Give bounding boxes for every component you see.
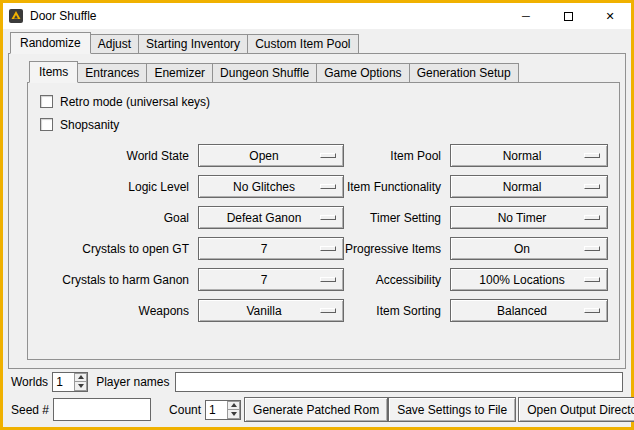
tab-enemizer-label: Enemizer — [154, 66, 205, 80]
world-state-label: World State — [38, 149, 198, 163]
player-names-label: Player names — [96, 375, 169, 389]
tab-randomize[interactable]: Randomize — [10, 32, 91, 54]
arrow-down-icon — [78, 384, 84, 388]
dropdown-indicator-icon — [320, 215, 336, 220]
crystals-open-gt-value: 7 — [261, 242, 282, 256]
item-functionality-value: Normal — [503, 180, 556, 194]
accessibility-dropdown[interactable]: 100% Locations — [450, 268, 608, 291]
crystals-harm-ganon-dropdown[interactable]: 7 — [198, 268, 344, 291]
seed-label: Seed # — [11, 403, 49, 417]
minimize-button[interactable]: ─ — [505, 3, 547, 29]
tab-items[interactable]: Items — [29, 61, 78, 83]
arrow-down-icon — [231, 412, 237, 416]
dropdown-indicator-icon — [320, 153, 336, 158]
tab-generation-setup-label: Generation Setup — [417, 66, 511, 80]
count-label: Count — [169, 403, 201, 417]
dropdown-indicator-icon — [584, 215, 600, 220]
option-row: Goal Defeat Ganon Timer Setting No Timer — [38, 202, 619, 233]
worlds-input[interactable] — [53, 373, 74, 391]
shopsanity-checkbox[interactable] — [40, 118, 53, 131]
count-spin-arrows — [227, 401, 240, 419]
retro-mode-checkbox[interactable] — [40, 95, 53, 108]
tab-generation-setup[interactable]: Generation Setup — [409, 63, 519, 82]
crystals-open-gt-label: Crystals to open GT — [38, 242, 198, 256]
item-pool-label: Item Pool — [344, 149, 450, 163]
count-input[interactable] — [206, 401, 227, 419]
dropdown-indicator-icon — [584, 308, 600, 313]
crystals-open-gt-dropdown[interactable]: 7 — [198, 237, 344, 260]
sub-tab-bar: Items Entrances Enemizer Dungeon Shuffle… — [27, 61, 620, 82]
worlds-label: Worlds — [11, 375, 48, 389]
tab-enemizer[interactable]: Enemizer — [146, 63, 213, 82]
close-button[interactable]: ✕ — [589, 3, 631, 29]
accessibility-label: Accessibility — [344, 273, 450, 287]
item-pool-dropdown[interactable]: Normal — [450, 144, 608, 167]
dropdown-indicator-icon — [320, 246, 336, 251]
tab-game-options[interactable]: Game Options — [316, 63, 409, 82]
progressive-items-label: Progressive Items — [344, 242, 450, 256]
progressive-items-dropdown[interactable]: On — [450, 237, 608, 260]
arrow-up-icon — [231, 403, 237, 407]
app-icon — [8, 8, 24, 24]
tab-custom-item-pool[interactable]: Custom Item Pool — [247, 34, 358, 53]
tab-dungeon-shuffle[interactable]: Dungeon Shuffle — [212, 63, 317, 82]
goal-dropdown[interactable]: Defeat Ganon — [198, 206, 344, 229]
weapons-value: Vanilla — [246, 304, 295, 318]
tab-starting-inventory[interactable]: Starting Inventory — [138, 34, 248, 53]
option-row: Crystals to open GT 7 Progressive Items … — [38, 233, 619, 264]
logic-level-dropdown[interactable]: No Glitches — [198, 175, 344, 198]
progressive-items-value: On — [514, 242, 544, 256]
item-sorting-value: Balanced — [497, 304, 561, 318]
item-pool-value: Normal — [503, 149, 556, 163]
tab-items-label: Items — [39, 65, 68, 79]
shopsanity-label: Shopsanity — [60, 118, 119, 132]
tab-adjust[interactable]: Adjust — [90, 34, 139, 53]
worlds-increment-button[interactable] — [74, 373, 87, 383]
footer: Worlds Player names Seed # Count — [11, 371, 623, 422]
seed-row: Seed # Count Generate Patched Rom Save S… — [11, 397, 623, 422]
count-increment-button[interactable] — [227, 401, 240, 411]
weapons-dropdown[interactable]: Vanilla — [198, 299, 344, 322]
accessibility-value: 100% Locations — [479, 273, 578, 287]
window-title: Door Shuffle — [30, 9, 97, 23]
worlds-row: Worlds Player names — [11, 371, 623, 392]
player-names-input[interactable] — [175, 372, 624, 392]
items-pane: Retro mode (universal keys) Shopsanity W… — [27, 82, 620, 360]
world-state-dropdown[interactable]: Open — [198, 144, 344, 167]
tab-game-options-label: Game Options — [324, 66, 401, 80]
tab-entrances[interactable]: Entrances — [77, 63, 147, 82]
maximize-button[interactable] — [547, 3, 589, 29]
world-state-value: Open — [249, 149, 292, 163]
dropdown-indicator-icon — [320, 277, 336, 282]
logic-level-label: Logic Level — [38, 180, 198, 194]
item-functionality-dropdown[interactable]: Normal — [450, 175, 608, 198]
dropdown-indicator-icon — [584, 153, 600, 158]
dropdown-indicator-icon — [584, 184, 600, 189]
title-bar[interactable]: Door Shuffle ─ ✕ — [3, 3, 631, 29]
tab-randomize-label: Randomize — [20, 36, 81, 50]
maximize-icon — [564, 12, 573, 21]
timer-setting-dropdown[interactable]: No Timer — [450, 206, 608, 229]
tab-custom-item-pool-label: Custom Item Pool — [255, 37, 350, 51]
crystals-harm-ganon-value: 7 — [261, 273, 282, 287]
dropdown-indicator-icon — [584, 277, 600, 282]
worlds-decrement-button[interactable] — [74, 382, 87, 391]
retro-mode-row: Retro mode (universal keys) — [40, 90, 619, 113]
window: Door Shuffle ─ ✕ Randomize Adjust Starti… — [0, 0, 634, 430]
settings-notebook: Items Entrances Enemizer Dungeon Shuffle… — [27, 61, 620, 360]
count-spinbox — [205, 400, 241, 420]
item-sorting-dropdown[interactable]: Balanced — [450, 299, 608, 322]
timer-setting-label: Timer Setting — [344, 211, 450, 225]
close-icon: ✕ — [605, 10, 614, 23]
option-row: World State Open Item Pool Normal — [38, 140, 619, 171]
crystals-harm-ganon-label: Crystals to harm Ganon — [38, 273, 198, 287]
worlds-spinbox — [52, 372, 88, 392]
arrow-up-icon — [78, 375, 84, 379]
save-settings-button[interactable]: Save Settings to File — [388, 397, 516, 422]
timer-setting-value: No Timer — [498, 211, 561, 225]
generate-patched-rom-button[interactable]: Generate Patched Rom — [244, 397, 388, 422]
seed-input[interactable] — [53, 398, 151, 421]
count-decrement-button[interactable] — [227, 410, 240, 419]
randomize-pane: Items Entrances Enemizer Dungeon Shuffle… — [8, 53, 626, 369]
open-output-directory-button[interactable]: Open Output Directory — [518, 397, 634, 422]
